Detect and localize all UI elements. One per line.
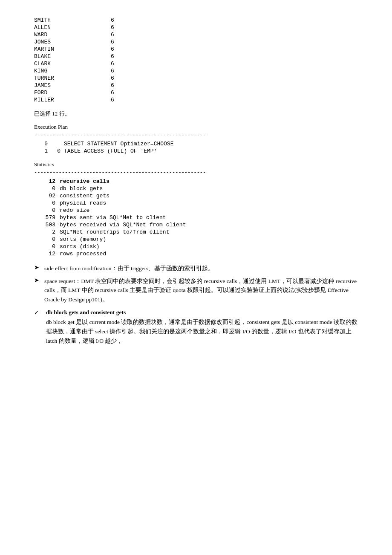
row-value: 6 bbox=[111, 82, 114, 89]
stat-num: 0 bbox=[34, 236, 60, 243]
stat-label: sorts (memory) bbox=[60, 236, 358, 243]
row-value: 6 bbox=[111, 39, 114, 45]
row-name: SMITH bbox=[34, 17, 85, 23]
stat-label: db block gets bbox=[60, 185, 358, 192]
stat-label: physical reads bbox=[60, 200, 358, 206]
table-row: MARTIN6 bbox=[34, 46, 358, 52]
row-value: 6 bbox=[111, 90, 114, 96]
plan-text: SELECT STATEMENT Optimizer=CHOOSE bbox=[64, 141, 358, 147]
stat-label: bytes received via SQL*Net from client bbox=[60, 222, 358, 228]
check-body: db block get 是以 current mode 读取的数据块数，通常是… bbox=[46, 318, 358, 345]
table-row: JAMES6 bbox=[34, 82, 358, 89]
names-table: SMITH6ALLEN6WARD6JONES6MARTIN6BLAKE6CLAR… bbox=[34, 17, 358, 103]
row-value: 6 bbox=[111, 97, 114, 103]
plan-text: TABLE ACCESS (FULL) OF 'EMP' bbox=[64, 148, 358, 154]
plan-num: 0 bbox=[34, 141, 51, 147]
stat-row: 0physical reads bbox=[34, 200, 358, 206]
stat-row: 12rows processed bbox=[34, 251, 358, 257]
row-name: FORD bbox=[34, 90, 85, 96]
check-item: ✓db block gets and consistent getsdb blo… bbox=[34, 309, 358, 345]
stat-row: 12recursive calls bbox=[34, 178, 358, 185]
plan-row: 0SELECT STATEMENT Optimizer=CHOOSE bbox=[34, 141, 358, 147]
bullet-arrow-icon: ➤ bbox=[34, 277, 44, 284]
table-row: JONES6 bbox=[34, 39, 358, 45]
table-row: WARD6 bbox=[34, 32, 358, 38]
table-row: KING6 bbox=[34, 68, 358, 74]
row-value: 6 bbox=[111, 53, 114, 60]
row-name: WARD bbox=[34, 32, 85, 38]
row-value: 6 bbox=[111, 75, 114, 81]
row-name: MARTIN bbox=[34, 46, 85, 52]
row-name: JONES bbox=[34, 39, 85, 45]
checkmark-icon: ✓ bbox=[34, 309, 46, 316]
stat-num: 0 bbox=[34, 200, 60, 206]
stat-row: 579bytes sent via SQL*Net to client bbox=[34, 214, 358, 221]
statistics-divider: ----------------------------------------… bbox=[34, 170, 358, 176]
table-row: FORD6 bbox=[34, 90, 358, 96]
table-row: ALLEN6 bbox=[34, 24, 358, 31]
row-value: 6 bbox=[111, 17, 114, 23]
execution-plan-section: Execution Plan -------------------------… bbox=[34, 124, 358, 154]
row-name: ALLEN bbox=[34, 24, 85, 31]
stat-row: 0sorts (disk) bbox=[34, 243, 358, 250]
table-row: MILLER6 bbox=[34, 97, 358, 103]
row-name: TURNER bbox=[34, 75, 85, 81]
stat-label: recursive calls bbox=[60, 178, 358, 185]
stat-row: 503bytes received via SQL*Net from clien… bbox=[34, 222, 358, 228]
row-name: BLAKE bbox=[34, 53, 85, 60]
table-row: BLAKE6 bbox=[34, 53, 358, 60]
bullet-item: ➤side effect from modification：由于 trigge… bbox=[34, 264, 358, 273]
row-value: 6 bbox=[111, 46, 114, 52]
stat-label: sorts (disk) bbox=[60, 243, 358, 250]
stat-label: bytes sent via SQL*Net to client bbox=[60, 214, 358, 221]
row-value: 6 bbox=[111, 24, 114, 31]
stat-rows: 12recursive calls0db block gets92consist… bbox=[34, 178, 358, 257]
bullet-item: ➤space request：DMT 表空间中的表要求空间时，会引起较多的 re… bbox=[34, 277, 358, 304]
table-row: CLARK6 bbox=[34, 61, 358, 67]
row-value: 6 bbox=[111, 32, 114, 38]
stat-num: 92 bbox=[34, 193, 60, 199]
row-name: JAMES bbox=[34, 82, 85, 89]
content-area: SMITH6ALLEN6WARD6JONES6MARTIN6BLAKE6CLAR… bbox=[34, 17, 358, 345]
selected-rows-text: 已选择 12 行。 bbox=[34, 110, 358, 118]
table-row: TURNER6 bbox=[34, 75, 358, 81]
row-name: KING bbox=[34, 68, 85, 74]
stat-row: 2SQL*Net roundtrips to/from client bbox=[34, 229, 358, 235]
statistics-section: Statistics -----------------------------… bbox=[34, 161, 358, 257]
stat-num: 12 bbox=[34, 251, 60, 257]
stat-label: SQL*Net roundtrips to/from client bbox=[60, 229, 358, 235]
stat-label: consistent gets bbox=[60, 193, 358, 199]
bullets-list: ➤side effect from modification：由于 trigge… bbox=[34, 264, 358, 304]
table-row: SMITH6 bbox=[34, 17, 358, 23]
row-name: MILLER bbox=[34, 97, 85, 103]
stat-num: 0 bbox=[34, 243, 60, 250]
stat-row: 0db block gets bbox=[34, 185, 358, 192]
stat-label: rows processed bbox=[60, 251, 358, 257]
row-name: CLARK bbox=[34, 61, 85, 67]
plan-sub: 0 bbox=[51, 148, 64, 154]
bullet-text: side effect from modification：由于 trigger… bbox=[44, 264, 358, 273]
stat-label: redo size bbox=[60, 207, 358, 214]
bullet-arrow-icon: ➤ bbox=[34, 264, 44, 271]
bullet-section: ➤side effect from modification：由于 trigge… bbox=[34, 264, 358, 304]
stat-num: 503 bbox=[34, 222, 60, 228]
execution-plan-divider: ----------------------------------------… bbox=[34, 132, 358, 138]
statistics-title: Statistics bbox=[34, 161, 358, 168]
check-section: ✓db block gets and consistent getsdb blo… bbox=[34, 309, 358, 345]
stat-num: 0 bbox=[34, 185, 60, 192]
plan-rows: 0SELECT STATEMENT Optimizer=CHOOSE10TABL… bbox=[34, 141, 358, 154]
stat-row: 92consistent gets bbox=[34, 193, 358, 199]
stat-row: 0redo size bbox=[34, 207, 358, 214]
plan-num: 1 bbox=[34, 148, 51, 154]
stat-row: 0sorts (memory) bbox=[34, 236, 358, 243]
row-value: 6 bbox=[111, 68, 114, 74]
check-title: db block gets and consistent gets bbox=[46, 309, 358, 316]
stat-num: 0 bbox=[34, 207, 60, 214]
stat-num: 2 bbox=[34, 229, 60, 235]
stat-num: 579 bbox=[34, 214, 60, 221]
execution-plan-title: Execution Plan bbox=[34, 124, 358, 130]
plan-row: 10TABLE ACCESS (FULL) OF 'EMP' bbox=[34, 148, 358, 154]
row-value: 6 bbox=[111, 61, 114, 67]
check-list: ✓db block gets and consistent getsdb blo… bbox=[34, 309, 358, 345]
stat-num: 12 bbox=[34, 178, 60, 185]
